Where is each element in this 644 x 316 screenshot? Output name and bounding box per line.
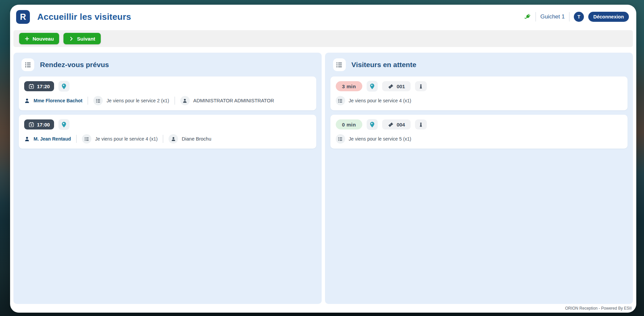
- appointment-time-badge: 17:00: [24, 119, 54, 129]
- appointment-card[interactable]: 17:20: [19, 76, 316, 110]
- service-label: Je viens pour le service 4(x1): [349, 98, 411, 103]
- host-name: ADMINISTRATOR ADMINISTRATOR: [193, 98, 274, 103]
- app-logo: R: [16, 10, 30, 24]
- connection-status-icon: [524, 13, 531, 20]
- ticket-number-badge: 001: [382, 81, 411, 91]
- location-pin-icon: [61, 83, 67, 90]
- location-pin-button[interactable]: [367, 119, 378, 130]
- kiosk-icon: [418, 122, 423, 127]
- service-label: Je viens pour le service 5(x1): [349, 136, 411, 142]
- header-divider: [536, 12, 536, 21]
- service-list-icon: [82, 134, 91, 144]
- header: R Accueillir les visiteurs Guichet 1 T: [10, 5, 636, 29]
- ticket-icon: [387, 120, 395, 128]
- appointment-time-badge: 17:20: [24, 81, 54, 91]
- location-pin-button[interactable]: [58, 119, 70, 130]
- list-icon: [333, 58, 346, 71]
- chevron-right-icon: [69, 36, 74, 41]
- location-pin-button[interactable]: [367, 81, 378, 92]
- visitor-name: M. Jean Rentaud: [34, 136, 71, 142]
- wait-time-badge: 3 min: [336, 81, 363, 91]
- service-label: Je viens pour le service 2(x1): [106, 98, 169, 103]
- panels: Rendez-vous prévus 17:20: [13, 53, 633, 304]
- service-list-icon: [336, 134, 345, 144]
- kiosk-button[interactable]: [415, 81, 427, 91]
- waiting-panel: Visiteurs en attente 3 min: [325, 53, 633, 304]
- waiting-panel-title: Visiteurs en attente: [352, 61, 416, 69]
- user-avatar-initial: T: [578, 14, 581, 19]
- logout-button[interactable]: Déconnexion: [588, 12, 629, 22]
- next-button[interactable]: Suivant: [63, 33, 100, 44]
- appointments-panel: Rendez-vous prévus 17:20: [13, 53, 322, 304]
- location-pin-button[interactable]: [58, 81, 70, 92]
- location-pin-icon: [61, 121, 67, 128]
- header-right: Guichet 1 T Déconnexion: [524, 12, 629, 22]
- appointment-card[interactable]: 17:00: [19, 115, 316, 149]
- waiting-visitor-card[interactable]: 0 min: [330, 115, 628, 149]
- service-list-icon: [336, 96, 345, 105]
- service-list-icon: [93, 96, 103, 105]
- next-button-label: Suivant: [77, 36, 95, 42]
- divider: [88, 97, 88, 105]
- waiting-visitor-card[interactable]: 3 min: [330, 76, 628, 110]
- toolbar: Nouveau Suivant: [13, 30, 633, 47]
- list-icon: [21, 58, 34, 71]
- appointment-time: 17:20: [37, 84, 50, 89]
- plus-icon: [25, 36, 30, 41]
- host-person-icon: [180, 96, 190, 105]
- ticket-icon: [387, 82, 395, 90]
- appointment-time: 17:00: [37, 122, 50, 127]
- counter-name[interactable]: Guichet 1: [540, 13, 565, 20]
- service-label: Je viens pour le service 4(x1): [95, 136, 157, 142]
- visitor-name: Mme Florence Bachot: [34, 98, 82, 103]
- ticket-number-badge: 004: [382, 119, 411, 129]
- wait-time-badge: 0 min: [336, 119, 363, 129]
- person-icon: [24, 98, 30, 104]
- footer-credit: ORION Reception - Powered By ESII: [565, 306, 632, 311]
- user-avatar[interactable]: T: [574, 12, 584, 22]
- kiosk-icon: [418, 84, 423, 89]
- divider: [175, 97, 175, 105]
- kiosk-button[interactable]: [415, 119, 427, 129]
- app-logo-letter: R: [20, 12, 26, 22]
- app-window: R Accueillir les visiteurs Guichet 1 T: [10, 5, 636, 313]
- waiting-panel-header: Visiteurs en attente: [330, 58, 628, 76]
- calendar-arrow-icon: [29, 122, 34, 127]
- appointments-panel-header: Rendez-vous prévus: [19, 58, 316, 76]
- new-button[interactable]: Nouveau: [19, 33, 59, 44]
- host-name: Diane Brochu: [182, 136, 211, 142]
- location-pin-icon: [369, 83, 375, 90]
- ticket-number: 004: [397, 122, 405, 127]
- footer: ORION Reception - Powered By ESII: [10, 304, 636, 313]
- location-pin-icon: [369, 121, 375, 128]
- page-title: Accueillir les visiteurs: [37, 12, 131, 22]
- appointments-panel-title: Rendez-vous prévus: [40, 61, 109, 69]
- new-button-label: Nouveau: [33, 36, 54, 42]
- header-divider: [569, 12, 569, 21]
- divider: [163, 135, 163, 143]
- divider: [76, 135, 77, 143]
- person-icon: [24, 136, 30, 142]
- ticket-number: 001: [397, 84, 405, 89]
- host-person-icon: [169, 134, 178, 144]
- calendar-arrow-icon: [29, 84, 34, 89]
